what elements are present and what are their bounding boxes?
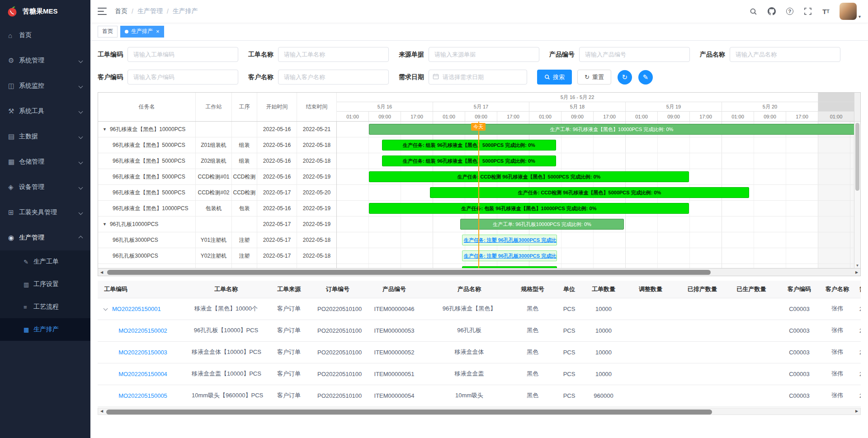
scroll-right-arrow-icon[interactable]: ▶ [853, 408, 860, 414]
gantt-grid-row[interactable]: 96孔移液盒【黑色】5000PCSCCD检测#02CCD检测2022-05-17… [98, 185, 336, 201]
sidebar-item-2[interactable]: ◫系统监控 [0, 73, 90, 99]
breadcrumb-item[interactable]: 生产管理 [137, 7, 163, 15]
sidebar-item-6[interactable]: ◈设备管理 [0, 174, 90, 200]
field-label: 需求日期 [399, 73, 424, 81]
gantt-task-bar[interactable]: 生产任务: 组装 96孔移液盒【黑色】5000PCS 完成比例: 0% [382, 155, 556, 166]
gantt-task-bar[interactable]: 生产任务: 组装 96孔移液盒【黑色】5000PCS 完成比例: 0% [382, 140, 556, 151]
gantt-vertical-scrollbar[interactable]: ▼ [854, 93, 860, 268]
tab-生产排产[interactable]: 生产排产× [120, 26, 164, 38]
page-content: 工单编码工单名称来源单据产品编号产品名称客户编码客户名称需求日期搜索↻ 重置↻✎… [90, 41, 868, 438]
gantt-hscroll-thumb[interactable] [107, 270, 711, 275]
logo-icon [6, 5, 18, 17]
scale-week-overflow [818, 93, 854, 102]
sidebar-item-1[interactable]: ⚙系统管理 [0, 48, 90, 73]
chevron-icon [79, 235, 83, 240]
scale-hour-cell: 01:00 [337, 112, 369, 121]
row-expand-icon[interactable]: ▼ [103, 222, 107, 226]
date-input-需求日期[interactable] [429, 70, 527, 85]
row-expander-icon[interactable] [104, 306, 108, 311]
home-icon: ⌂ [8, 32, 19, 39]
gantt-grid-row[interactable]: 96孔孔板3000PCSY03注塑机注塑2022-05-172022-05-18 [98, 264, 336, 268]
gantt-grid-row[interactable]: ▼96孔孔板10000PCS2022-05-172022-05-19 [98, 217, 336, 232]
submenu-item-1[interactable]: ▥工序设置 [0, 273, 90, 296]
table-header-工单编码: 工单编码 [98, 281, 188, 298]
sidebar-item-0[interactable]: ⌂首页 [0, 23, 90, 48]
scale-hour-cell: 01:00 [626, 112, 658, 121]
text-input-客户编码[interactable] [127, 70, 238, 85]
text-input-工单编码[interactable] [127, 47, 238, 62]
gantt-cell [196, 122, 232, 137]
gantt-vscroll-thumb[interactable] [855, 123, 859, 191]
table-cell: 客户订单 [264, 385, 314, 406]
submenu-item-3[interactable]: ▦生产排产 [0, 318, 90, 341]
gantt-task-bar[interactable]: 生产任务: 注塑 96孔孔板3000PCS 完成比例: 0% [462, 235, 557, 245]
edit-button[interactable]: ✎ [638, 70, 653, 85]
hamburger-icon[interactable] [98, 8, 107, 15]
order-code-link[interactable]: MO202205150003 [118, 349, 167, 356]
text-input-来源单据[interactable] [429, 47, 539, 62]
tab-close-icon[interactable]: × [156, 28, 160, 34]
sidebar-item-7[interactable]: ⊞工装夹具管理 [0, 200, 90, 225]
gantt-grid-row[interactable]: 96孔孔板3000PCSY01注塑机注塑2022-05-172022-05-18 [98, 232, 336, 248]
fullscreen-icon[interactable] [803, 7, 812, 16]
gantt-workorder-bar[interactable]: 生产工单: 96孔移液盒【黑色】10000PCS 完成比例: 0% [369, 124, 854, 135]
sidebar-item-5[interactable]: ▦仓储管理 [0, 149, 90, 174]
tools-icon: ⚒ [8, 107, 19, 115]
gantt-task-bar[interactable]: 生产任务: CCD检测 96孔移液盒【黑色】5000PCS 完成比例: 0% [369, 171, 689, 182]
gantt-cell: CCD检测 [232, 185, 257, 200]
row-expand-icon[interactable]: ▼ [103, 127, 107, 132]
filter-row-0: 工单编码工单名称来源单据产品编号产品名称 [98, 47, 861, 62]
app-title: 苦糖果MES [23, 7, 58, 16]
submenu-8: ✎生产工单▥工序设置≡工艺流程▦生产排产 [0, 250, 90, 341]
gantt-grid-row[interactable]: 96孔移液盒【黑色】5000PCSZ02组装机组装2022-05-162022-… [98, 153, 336, 169]
gantt-task-bar[interactable]: 生产任务: 包装 96孔移液盒【黑色】10000PCS 完成比例: 0% [369, 203, 689, 214]
submenu-item-0[interactable]: ✎生产工单 [0, 250, 90, 273]
scroll-left-arrow-icon[interactable]: ◀ [98, 408, 105, 414]
gantt-grid-row[interactable]: 96孔移液盒【黑色】5000PCSZ01组装机组装2022-05-162022-… [98, 137, 336, 153]
gantt-chart-row: 生产任务: 组装 96孔移液盒【黑色】5000PCS 完成比例: 0% [337, 153, 854, 169]
breadcrumb-item[interactable]: 首页 [115, 7, 127, 15]
sidebar-item-8[interactable]: ◉生产管理 [0, 225, 90, 250]
table-header-产品编号: 产品编号 [362, 281, 427, 298]
scroll-left-arrow-icon[interactable]: ◀ [98, 268, 105, 276]
gantt-workorder-bar[interactable]: 生产工单: 96孔孔板10000PCS 完成比例: 0% [460, 219, 624, 230]
gantt-grid-row[interactable]: 96孔孔板3000PCSY02注塑机注塑2022-05-172022-05-18 [98, 248, 336, 264]
search-icon[interactable] [749, 7, 758, 16]
gantt-grid-row[interactable]: ▼96孔移液盒【黑色】10000PCS2022-05-162022-05-21 [98, 122, 336, 137]
order-code-link[interactable]: MO202205150002 [118, 327, 167, 334]
reset-button[interactable]: ↻ 重置 [577, 70, 611, 85]
gantt-task-bar[interactable]: 生产任务: 注塑 96孔孔板3000PCS 完成比例: 0% [462, 266, 557, 268]
scroll-down-arrow-icon[interactable]: ▼ [854, 264, 860, 268]
gantt-horizontal-scrollbar[interactable]: ◀ ▶ [98, 268, 860, 276]
refresh-button[interactable]: ↻ [618, 70, 632, 85]
today-marker-label: 今天 [471, 123, 486, 131]
order-code-link[interactable]: MO202205150004 [118, 371, 167, 377]
tab-首页[interactable]: 首页 [98, 26, 118, 38]
sidebar-item-4[interactable]: ▤主数据 [0, 124, 90, 149]
text-input-客户名称[interactable] [278, 70, 389, 85]
text-input-工单名称[interactable] [278, 47, 389, 62]
font-size-icon[interactable]: TT [821, 7, 830, 16]
order-code-link[interactable]: MO202205150001 [112, 306, 161, 312]
sidebar-item-3[interactable]: ⚒系统工具 [0, 99, 90, 124]
gantt-grid-row[interactable]: 96孔移液盒【黑色】10000PCS包装机包装2022-05-162022-05… [98, 201, 336, 217]
breadcrumb-item[interactable]: 生产排产 [173, 7, 198, 15]
gantt-grid-row[interactable]: 96孔移液盒【黑色】5000PCSCCD检测#01CCD检测2022-05-16… [98, 169, 336, 185]
gantt-task-bar[interactable]: 生产任务: CCD检测 96孔移液盒【黑色】5000PCS 完成比例: 0% [430, 187, 749, 198]
gantt-chart-body: 生产工单: 96孔移液盒【黑色】10000PCS 完成比例: 0%生产任务: 组… [337, 122, 854, 268]
text-input-产品名称[interactable] [730, 47, 840, 62]
user-menu[interactable]: ▾ [840, 3, 861, 20]
order-code-link[interactable]: MO202205150005 [118, 392, 167, 399]
search-button[interactable]: 搜索 [537, 70, 572, 85]
table-hscroll-thumb[interactable] [106, 410, 712, 414]
gantt-chart-row: 生产任务: 包装 96孔移液盒【黑色】10000PCS 完成比例: 0% [337, 201, 854, 217]
chevron-icon [79, 160, 83, 164]
github-icon[interactable] [767, 7, 776, 16]
text-input-产品编号[interactable] [579, 47, 690, 62]
help-icon[interactable]: ? [785, 7, 794, 16]
scroll-right-arrow-icon[interactable]: ▶ [853, 268, 860, 276]
gantt-task-bar[interactable]: 生产任务: 注塑 96孔孔板3000PCS 完成比例: 0% [462, 250, 557, 261]
avatar[interactable] [840, 3, 857, 20]
submenu-item-2[interactable]: ≡工艺流程 [0, 296, 90, 318]
table-horizontal-scrollbar[interactable]: ◀ ▶ [98, 408, 861, 415]
